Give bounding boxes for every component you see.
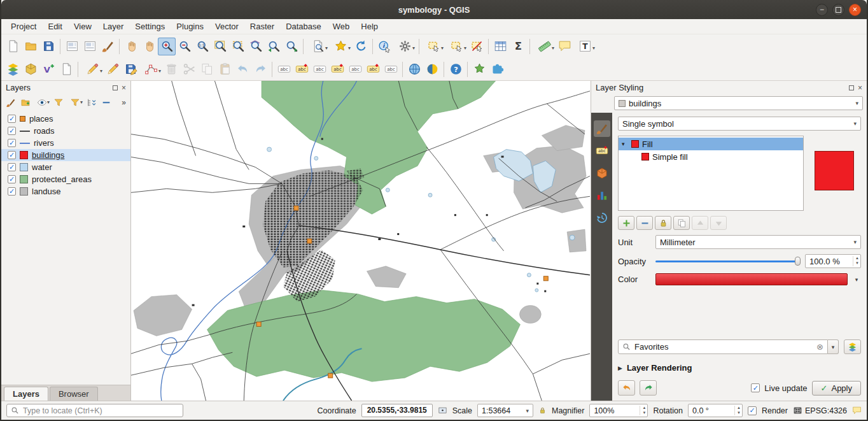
styling-tab-symbology[interactable]: [594, 120, 610, 137]
layer-places[interactable]: ✓ places: [1, 113, 130, 125]
opacity-slider[interactable]: [655, 255, 801, 268]
symbol-type-combobox[interactable]: Single symbol ▾: [618, 117, 861, 131]
paste-features-button[interactable]: ▾: [216, 61, 234, 78]
menu-item[interactable]: Project: [5, 20, 42, 32]
layer-rivers[interactable]: ✓ rivers: [1, 137, 130, 149]
layer-visibility-checkbox[interactable]: ✓: [8, 151, 16, 159]
layer-roads[interactable]: ✓ roads: [1, 125, 130, 137]
layer-visibility-checkbox[interactable]: ✓: [8, 139, 16, 147]
add-group-button[interactable]: ▾: [18, 96, 32, 110]
rotate-label-button[interactable]: ▾: [364, 61, 382, 78]
select-features-button[interactable]: ▾: [422, 38, 445, 55]
tab-browser[interactable]: Browser: [50, 387, 98, 401]
crs-status-button[interactable]: EPSG:4326: [793, 406, 847, 415]
scale-lock-icon[interactable]: [538, 406, 547, 415]
close-icon[interactable]: ×: [849, 4, 861, 16]
titlebar[interactable]: symbology - QGIS − ×: [1, 0, 867, 19]
processing-toolbox-button[interactable]: ▾: [470, 61, 488, 78]
clear-icon[interactable]: ⊗: [816, 342, 823, 352]
cut-features-button[interactable]: ▾: [180, 61, 198, 78]
remove-symbol-layer-button[interactable]: [636, 216, 653, 230]
zoom-to-selection-button[interactable]: ▾: [229, 38, 247, 55]
live-update-checkbox[interactable]: ✓: [751, 383, 760, 392]
layer-rendering-section[interactable]: ▶ Layer Rendering: [618, 363, 861, 373]
filter-legend-button[interactable]: ▾: [52, 96, 66, 110]
expand-collapse-button[interactable]: ▾: [85, 96, 99, 110]
locate-input[interactable]: [23, 406, 179, 415]
symbol-search-field[interactable]: Favorites ⊗: [618, 339, 828, 354]
new-temporary-scratch-layer-button[interactable]: ▾: [57, 61, 75, 78]
new-map-view-button[interactable]: ▾: [306, 38, 329, 55]
run-feature-action-button[interactable]: ▾: [393, 38, 416, 55]
pan-to-selection-button[interactable]: ▾: [140, 38, 158, 55]
spinner-arrows-icon[interactable]: ▲▼: [853, 256, 859, 266]
styling-redo-button[interactable]: [640, 380, 657, 396]
delete-selected-button[interactable]: ▾: [162, 61, 180, 78]
maximize-icon[interactable]: [832, 4, 844, 16]
symbol-tree-item-simple-fill[interactable]: Simple fill: [619, 150, 803, 163]
spinner-arrows-icon[interactable]: ▲▼: [640, 406, 646, 416]
symbol-tree-item-fill[interactable]: ▾ Fill: [619, 138, 803, 150]
zoom-to-layer-button[interactable]: ▾: [247, 38, 265, 55]
close-panel-icon[interactable]: ×: [122, 84, 126, 92]
menu-item[interactable]: Layer: [97, 20, 130, 32]
map-tips-button[interactable]: ▾: [556, 38, 573, 55]
plugin-manager-button[interactable]: ▾: [488, 61, 506, 78]
color-button[interactable]: [655, 273, 848, 285]
metasearch-button[interactable]: ▾: [405, 61, 423, 78]
show-bookmarks-button[interactable]: ▾: [329, 38, 352, 55]
python-console-button[interactable]: ▾: [423, 61, 441, 78]
float-panel-icon[interactable]: [113, 85, 118, 90]
layer-visibility-checkbox[interactable]: ✓: [8, 163, 16, 171]
slider-handle[interactable]: [795, 257, 801, 266]
help-button[interactable]: ▾: [447, 61, 465, 78]
magnifier-spinbox[interactable]: 100% ▲▼: [589, 404, 648, 417]
opacity-spinbox[interactable]: 100.0 % ▲▼: [805, 254, 861, 268]
change-label-button[interactable]: ▾: [382, 61, 400, 78]
add-symbol-layer-button[interactable]: [618, 216, 634, 230]
menu-item[interactable]: Help: [355, 20, 384, 32]
style-manager-button[interactable]: ▾: [99, 38, 116, 55]
layer-buildings[interactable]: ✓ buildings: [1, 149, 130, 161]
pin-labels-button[interactable]: ▾: [311, 61, 328, 78]
menu-item[interactable]: Vector: [209, 20, 244, 32]
messages-icon[interactable]: [852, 406, 862, 415]
spinner-arrows-icon[interactable]: ▲▼: [734, 406, 741, 416]
save-project-button[interactable]: ▾: [39, 38, 57, 55]
styling-tab-diagrams[interactable]: [594, 187, 610, 204]
styling-tab-3d-view[interactable]: [594, 165, 610, 182]
locate-search-box[interactable]: [6, 404, 183, 417]
identify-features-button[interactable]: ▾: [375, 38, 393, 55]
layer-visibility-checkbox[interactable]: ✓: [8, 127, 16, 135]
styling-tab-history[interactable]: [594, 210, 610, 226]
zoom-full-button[interactable]: ▾: [211, 38, 229, 55]
lock-symbol-color-button[interactable]: [655, 216, 671, 230]
layer-visibility-checkbox[interactable]: ✓: [8, 187, 16, 196]
zoom-in-button[interactable]: ▾: [158, 38, 176, 55]
open-layer-styling-button[interactable]: ▾: [4, 96, 18, 110]
menu-item[interactable]: Web: [327, 20, 356, 32]
filter-by-expression-button[interactable]: ▾: [66, 96, 84, 110]
open-project-button[interactable]: ▾: [22, 38, 39, 55]
minimize-icon[interactable]: −: [816, 4, 828, 16]
menu-item[interactable]: View: [68, 20, 97, 32]
zoom-out-button[interactable]: ▾: [176, 38, 193, 55]
layer-water[interactable]: ✓ water: [1, 161, 130, 173]
layer-protected-areas[interactable]: ✓ protected_areas: [1, 173, 130, 185]
select-by-value-button[interactable]: ▾: [445, 38, 468, 55]
move-symbol-down-button[interactable]: [710, 216, 727, 230]
float-panel-icon[interactable]: [849, 85, 854, 90]
unit-combobox[interactable]: Millimeter ▾: [655, 235, 861, 249]
redo-button[interactable]: ▾: [251, 61, 269, 78]
styling-tab-labels[interactable]: [594, 143, 610, 159]
expander-icon[interactable]: ▶: [618, 365, 622, 371]
chevron-down-icon[interactable]: ▾: [828, 339, 839, 354]
apply-button[interactable]: ✓ Apply: [812, 381, 861, 396]
move-symbol-up-button[interactable]: [692, 216, 708, 230]
toolbar-overflow-icon[interactable]: »: [122, 98, 128, 107]
vertex-tool-button[interactable]: ▾: [139, 61, 162, 78]
coordinate-field[interactable]: 20.5355,-33.9815: [361, 404, 433, 417]
style-manager-button[interactable]: [844, 339, 861, 354]
deselect-all-button[interactable]: ▾: [468, 38, 486, 55]
undo-button[interactable]: ▾: [234, 61, 251, 78]
